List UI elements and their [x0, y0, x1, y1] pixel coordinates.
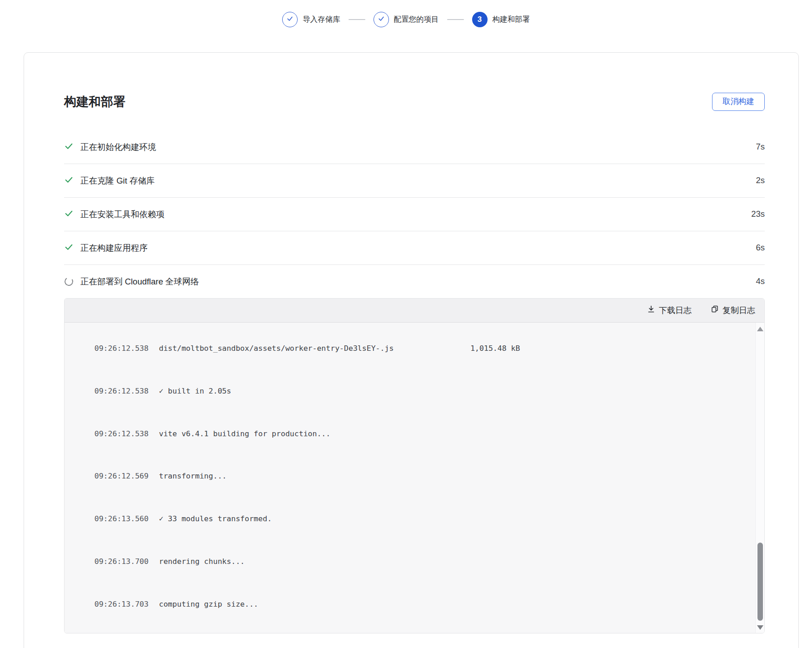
log-text: dist/moltbot_sandbox/assets/worker-entry…	[159, 344, 520, 353]
build-steps-list: 正在初始化构建环境 7s 正在克隆 Git 存储库 2s 正在安装工具和依赖项 …	[64, 130, 765, 298]
build-step-row: 正在安装工具和依赖项 23s	[64, 198, 765, 231]
log-text: computing gzip size...	[159, 600, 259, 608]
step-done-circle	[374, 12, 389, 27]
log-line: 09:26:12.538✓ built in 2.05s	[76, 369, 746, 412]
build-step-status	[64, 277, 74, 286]
spinner-icon	[64, 276, 74, 287]
stepper-step-configure-project: 配置您的项目	[374, 12, 439, 27]
log-timestamp: 09:26:12.538	[95, 384, 149, 398]
step-label: 配置您的项目	[394, 15, 439, 25]
log-timestamp: 09:26:12.538	[95, 341, 149, 355]
step-current-circle: 3	[472, 12, 488, 27]
build-deploy-card: 构建和部署 取消构建 正在初始化构建环境 7s 正在克隆 Git 存储库 2s	[24, 52, 799, 648]
build-step-duration: 23s	[751, 209, 765, 219]
success-check-icon	[64, 209, 74, 220]
build-step-duration: 4s	[756, 276, 765, 286]
build-step-status	[64, 142, 74, 152]
log-lines: 09:26:12.538dist/moltbot_sandbox/assets/…	[65, 323, 764, 633]
download-logs-button[interactable]: 下载日志	[643, 303, 695, 318]
log-timestamp: 09:26:13.700	[95, 554, 149, 568]
log-panel: 下载日志 复制日志 09:26:12.538dist/moltbot_sandb…	[64, 298, 765, 633]
build-step-row: 正在构建应用程序 6s	[64, 231, 765, 265]
copy-logs-label: 复制日志	[722, 305, 755, 316]
check-icon	[286, 15, 294, 24]
scrollbar-thumb[interactable]	[757, 543, 763, 621]
log-text: ✓ 33 modules transformed.	[159, 514, 272, 523]
log-toolbar: 下载日志 复制日志	[65, 299, 764, 323]
log-text: rendering chunks...	[159, 557, 245, 566]
stepper-connector	[447, 19, 464, 20]
scroll-up-icon[interactable]	[757, 327, 763, 331]
log-line: 09:26:12.538dist/moltbot_sandbox/assets/…	[76, 327, 746, 370]
page-title: 构建和部署	[64, 94, 125, 110]
card-header: 构建和部署 取消构建	[64, 53, 765, 111]
log-text: vite v6.4.1 building for production...	[159, 429, 331, 438]
build-step-label: 正在部署到 Cloudflare 全球网络	[80, 276, 756, 287]
step-done-circle	[282, 12, 298, 27]
download-logs-label: 下载日志	[659, 305, 692, 316]
log-timestamp: 09:26:13.703	[95, 597, 149, 611]
log-line: 09:26:12.569transforming...	[76, 455, 746, 498]
success-check-icon	[64, 141, 74, 153]
step-label: 构建和部署	[493, 15, 530, 25]
build-step-duration: 7s	[756, 142, 765, 152]
build-step-label: 正在克隆 Git 存储库	[80, 175, 756, 186]
build-step-label: 正在构建应用程序	[80, 242, 756, 254]
build-step-row: 正在部署到 Cloudflare 全球网络 4s	[64, 265, 765, 298]
build-step-row: 正在克隆 Git 存储库 2s	[64, 164, 765, 198]
cancel-build-button[interactable]: 取消构建	[712, 93, 765, 111]
stepper-step-import-repo: 导入存储库	[282, 12, 340, 27]
build-step-status	[64, 176, 74, 185]
log-text: ✓ built in 2.05s	[159, 387, 231, 395]
check-icon	[378, 15, 385, 24]
build-step-row: 正在初始化构建环境 7s	[64, 130, 765, 164]
success-check-icon	[64, 242, 74, 254]
log-line: 09:26:12.538vite v6.4.1 building for pro…	[76, 412, 746, 455]
log-timestamp: 09:26:13.560	[95, 512, 149, 526]
build-step-label: 正在初始化构建环境	[80, 141, 756, 153]
build-step-duration: 2s	[756, 175, 765, 185]
step-label: 导入存储库	[303, 15, 340, 25]
progress-stepper: 导入存储库 配置您的项目 3 构建和部署	[0, 12, 812, 27]
success-check-icon	[64, 175, 74, 186]
stepper-step-build-deploy: 3 构建和部署	[472, 12, 530, 27]
build-step-status	[64, 209, 74, 219]
log-line: 09:26:13.713dist/client/index.html 0.41 …	[76, 626, 746, 633]
log-timestamp: 09:26:12.569	[95, 469, 149, 483]
build-step-status	[64, 243, 74, 253]
log-text: transforming...	[159, 472, 227, 480]
copy-logs-button[interactable]: 复制日志	[707, 303, 759, 318]
log-line: 09:26:13.560✓ 33 modules transformed.	[76, 498, 746, 540]
log-line: 09:26:13.700rendering chunks...	[76, 540, 746, 583]
stepper-connector	[349, 19, 365, 20]
copy-icon	[711, 305, 719, 315]
scroll-down-icon[interactable]	[757, 625, 763, 630]
build-step-duration: 6s	[756, 243, 765, 253]
log-line: 09:26:13.703computing gzip size...	[76, 583, 746, 626]
log-timestamp: 09:26:12.538	[95, 427, 149, 441]
log-scrollbar[interactable]	[755, 323, 764, 633]
build-step-label: 正在安装工具和依赖项	[80, 209, 751, 220]
download-icon	[647, 305, 655, 315]
